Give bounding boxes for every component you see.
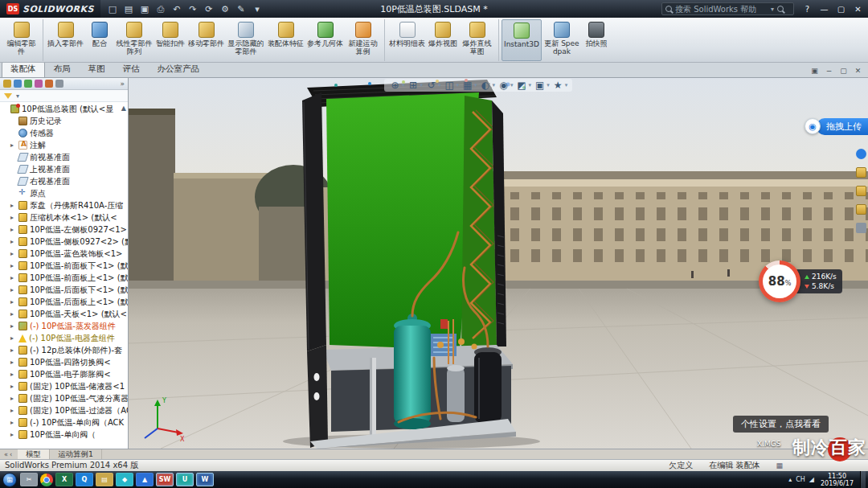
task-pane-folder-icon[interactable] (856, 167, 866, 178)
feature-tree-item[interactable]: ▸ 右视基准面 (0, 175, 128, 187)
ribbon-button[interactable]: 智能扣件 (154, 19, 186, 61)
command-tab[interactable]: 草图 (80, 61, 114, 77)
ribbon-button[interactable]: 编辑零部件 (3, 19, 43, 61)
viewport-3d-scene[interactable]: Y X (129, 78, 868, 449)
task-pane-folder-icon[interactable] (856, 204, 866, 215)
configurationmanager-tab-icon[interactable] (24, 80, 32, 88)
expand-arrow-icon[interactable]: ▸ (10, 395, 16, 402)
feature-tree-item[interactable]: ▸ (-) 12p总装体(外部件)-套 (0, 344, 128, 356)
ribbon-button[interactable]: 参考几何体 (305, 19, 345, 61)
tab-scroll-icons[interactable]: «‹ (0, 451, 18, 458)
drag-upload-widget[interactable]: ◉ 拖拽上传 (805, 118, 868, 134)
model-tab[interactable]: 运动算例1 (50, 449, 102, 459)
taskbar-app-snipping-tool[interactable]: ✂ (20, 473, 38, 486)
tree-filter-bar[interactable]: ▾ (0, 90, 128, 102)
speed-ball[interactable]: 88% (759, 260, 800, 302)
feature-tree-item[interactable]: ▸ (-) 10P低温-电器盒组件 (0, 332, 128, 344)
filter-dropdown-icon[interactable]: ▾ (16, 92, 19, 100)
quick-access-button-rebuild[interactable]: ⟳ (202, 2, 216, 15)
expand-arrow-icon[interactable]: ▸ (10, 359, 16, 366)
ribbon-button[interactable]: 配合 (85, 19, 114, 61)
quick-access-button-options[interactable]: ⚙ (218, 2, 232, 15)
feature-tree-item[interactable]: ▸ 前视基准面 (0, 151, 128, 163)
taskbar-app-app-u[interactable]: U (176, 473, 194, 486)
network-icon[interactable]: ◢ (809, 476, 814, 483)
feature-tree-item[interactable]: ▸ 10P低温-四路切换阀< (0, 356, 128, 368)
ribbon-button[interactable]: 更新 Speedpak (542, 19, 582, 61)
displaymanager-tab-icon[interactable] (45, 80, 53, 88)
expand-arrow-icon[interactable]: ▸ (10, 347, 16, 354)
heads-up-button-view-orientation[interactable]: ▦ ▾ (461, 80, 478, 91)
speed-monitor-widget[interactable]: 88% 216K/s 5.8K/s (759, 260, 842, 302)
command-tab[interactable]: 办公室产品 (149, 61, 209, 77)
task-pane-misc-icon[interactable] (856, 223, 866, 233)
clock[interactable]: 11:50 2019/6/17 (818, 473, 856, 487)
expand-arrow-icon[interactable]: ▸ (10, 141, 16, 149)
heads-up-button-section-view[interactable]: ◫ ▾ (443, 80, 461, 91)
search-dropdown-icon[interactable]: ▾ (771, 6, 774, 13)
feature-tree-item[interactable]: ▸ (-) 10P低温-单向阀（ACK (0, 416, 128, 429)
start-button[interactable]: ⊞ (2, 473, 17, 487)
quick-access-button-undo[interactable]: ↶ (170, 2, 184, 15)
show-desktop-button[interactable] (860, 471, 866, 488)
feature-tree-item[interactable]: ▸ 10P低温-蓝色装饰板<1> (0, 248, 128, 260)
doc-window-button-close-doc[interactable]: ✕ (852, 67, 864, 75)
promo-button[interactable]: 个性设置，点我看看 (733, 416, 829, 433)
feature-tree-item[interactable]: ▸ (固定) 10P低温-储液器<1 (0, 380, 128, 392)
quick-access-button-dropdown[interactable]: ▾ (250, 2, 264, 15)
taskbar-app-chrome[interactable] (40, 474, 53, 486)
doc-window-button-minimize-doc[interactable]: − (823, 67, 835, 75)
feature-tree-item[interactable]: ▸ 传感器 (0, 127, 128, 139)
taskbar-app-qq[interactable]: Q (76, 473, 93, 486)
ribbon-button[interactable]: 爆炸直线草图 (459, 19, 499, 61)
command-tab[interactable]: 装配体 (2, 61, 45, 77)
status-grid-icon[interactable]: ▦ (776, 461, 783, 470)
feature-tree-item[interactable]: ▸ 10P低温-左侧板0927<1> (0, 223, 128, 236)
heads-up-button-apply-scene[interactable]: ▣ ▾ (533, 80, 551, 91)
feature-tree-item[interactable]: ▸ 压缩机本体<1> (默认< (0, 211, 128, 223)
expand-arrow-icon[interactable]: ▸ (10, 407, 16, 414)
expand-arrow-icon[interactable]: ▸ (10, 274, 16, 281)
feature-tree-item[interactable]: ▸ 10P低温-前面板下<1> (默 (0, 260, 128, 272)
ribbon-button[interactable]: 插入零部件 (46, 19, 85, 61)
ribbon-button[interactable]: 装配体特征 (266, 19, 305, 61)
feature-tree-item[interactable]: ▸ 10P低温-电子膨胀阀< (0, 368, 128, 380)
feature-tree-item[interactable]: ▸ 10P低温总装图 (默认<显 (0, 103, 128, 115)
taskbar-app-solidworks[interactable]: SW (156, 473, 174, 486)
quick-access-button-save[interactable]: ▣ (137, 2, 152, 15)
dimxpert-tab-icon[interactable] (35, 80, 43, 88)
command-tab[interactable]: 布局 (45, 61, 80, 77)
feature-tree-item[interactable]: ▸ (固定) 10P低温-气液分离器(E (0, 392, 128, 404)
quick-access-button-redo[interactable]: ↷ (186, 2, 200, 15)
ribbon-button[interactable]: 新建运动算例 (345, 19, 385, 61)
task-pane-folder-icon[interactable] (856, 186, 866, 196)
window-button-help[interactable]: ? (799, 2, 816, 15)
ribbon-button[interactable]: 爆炸视图 (427, 19, 459, 61)
expand-arrow-icon[interactable]: ▸ (10, 238, 16, 245)
window-button-maximize[interactable]: ▢ (833, 2, 850, 15)
propertymanager-tab-icon[interactable] (14, 80, 22, 88)
quick-access-button-new-document[interactable]: □ (105, 2, 120, 15)
window-button-minimize[interactable]: — (816, 2, 833, 15)
panel-expand-icon[interactable]: » (120, 80, 125, 88)
heads-up-button-view-settings[interactable]: ★ ▾ (551, 80, 569, 91)
ribbon-button[interactable]: Instant3D (502, 19, 542, 61)
task-pane-cloud-icon[interactable] (856, 149, 866, 159)
hidden-icons-arrow[interactable]: ▴ (788, 476, 792, 483)
taskbar-app-word[interactable]: W (196, 473, 214, 486)
ribbon-button[interactable]: 显示隐藏的零部件 (226, 19, 266, 61)
quick-access-button-print[interactable]: ⎙ (154, 2, 168, 15)
doc-window-button-restore-doc[interactable]: ▢ (837, 67, 850, 75)
feature-tree-item[interactable]: ▸ (固定) 10P低温-过滤器（ACK (0, 404, 128, 416)
tree-scroll-up-arrow[interactable]: ▲ (121, 105, 126, 112)
expand-arrow-icon[interactable]: ▸ (10, 371, 16, 378)
ribbon-button[interactable]: 材料明细表 (387, 19, 427, 61)
feature-tree-item[interactable]: ▸ 历史记录 (0, 115, 128, 127)
model-tab[interactable]: 模型 (18, 449, 50, 459)
custom-tab-icon[interactable] (55, 80, 63, 88)
search-input[interactable] (675, 5, 768, 14)
taskbar-app-browser[interactable]: ▲ (136, 473, 154, 486)
taskbar-app-excel[interactable]: X (55, 473, 73, 486)
feature-tree-item[interactable]: ▸ 上视基准面 (0, 163, 128, 175)
command-tab[interactable]: 评估 (114, 61, 149, 77)
